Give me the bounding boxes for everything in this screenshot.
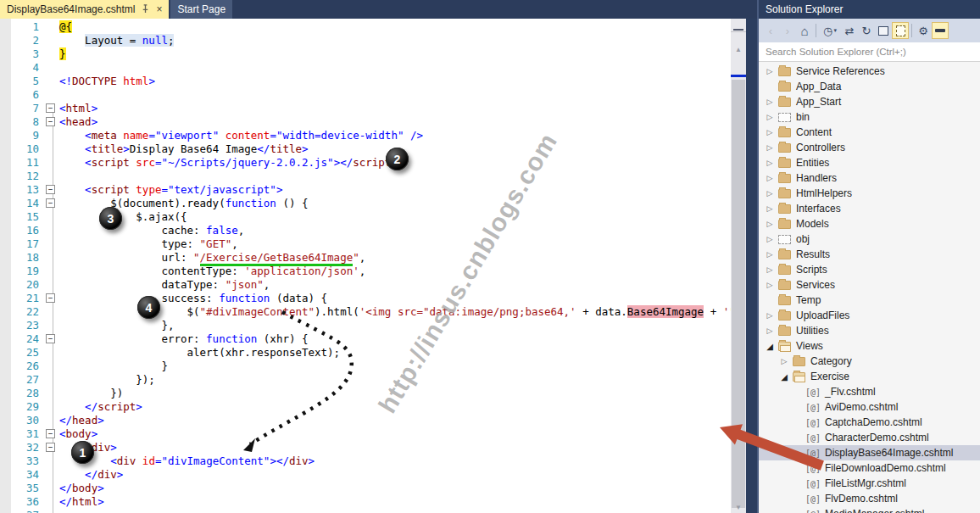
code-line[interactable]: 28 }): [0, 387, 731, 400]
tree-item-results[interactable]: ▷Results: [759, 247, 980, 262]
tree-item-controllers[interactable]: ▷Controllers: [759, 140, 980, 155]
code-line[interactable]: 3}: [0, 47, 731, 61]
collapse-region-icon[interactable]: −: [46, 103, 55, 113]
tree-collapsed-arrow-icon[interactable]: ▷: [764, 235, 776, 243]
code-line[interactable]: 30</head>: [0, 414, 731, 427]
tree-collapsed-arrow-icon[interactable]: ▷: [764, 326, 776, 335]
tree-collapsed-arrow-icon[interactable]: ▷: [764, 189, 776, 198]
code-line[interactable]: 31−<body>: [0, 427, 731, 441]
code-line[interactable]: 23 },: [0, 319, 731, 332]
tree-item-obj[interactable]: ▷obj: [759, 231, 980, 247]
properties-wrench-icon[interactable]: ⚙: [915, 22, 932, 39]
pending-changes-filter-icon[interactable]: ◷▾: [819, 22, 841, 39]
tab-start-page[interactable]: Start Page: [170, 0, 232, 19]
tree-item-filedownloaddemo-cshtml[interactable]: [@]FileDownloadDemo.cshtml: [759, 460, 980, 476]
code-line[interactable]: 26 }: [0, 360, 731, 373]
tree-item-entities[interactable]: ▷Entities: [759, 155, 980, 170]
tree-item-uploadfiles[interactable]: ▷UploadFiles: [759, 308, 980, 323]
tree-item-htmlhelpers[interactable]: ▷HtmlHelpers: [759, 186, 980, 201]
split-window-handle[interactable]: [731, 19, 746, 32]
tree-item-displaybase64image-cshtml[interactable]: [@]DisplayBase64Image.cshtml: [759, 445, 980, 460]
collapse-region-icon[interactable]: −: [46, 117, 55, 126]
code-line[interactable]: 27 });: [0, 373, 731, 387]
tree-item--flv-cshtml[interactable]: [@]_Flv.cshtml: [759, 384, 980, 399]
tree-collapsed-arrow-icon[interactable]: ▷: [764, 250, 776, 259]
collapse-region-icon[interactable]: −: [46, 198, 55, 208]
code-line[interactable]: 13− <script type="text/javascript">: [0, 183, 731, 197]
code-line[interactable]: 1@{: [0, 20, 731, 34]
collapse-region-icon[interactable]: −: [46, 185, 55, 194]
tree-collapsed-arrow-icon[interactable]: ▷: [764, 311, 776, 320]
code-editor[interactable]: 1@{2 Layout = null;3}45<!DOCTYPE html>67…: [0, 19, 731, 513]
tree-item-bin[interactable]: ▷bin: [759, 109, 980, 125]
code-line[interactable]: 32− <div>: [0, 441, 731, 454]
code-line[interactable]: 29 </script>: [0, 400, 731, 414]
tree-collapsed-arrow-icon[interactable]: ▷: [764, 204, 776, 213]
tree-collapsed-arrow-icon[interactable]: ▷: [764, 143, 776, 152]
tab-displaybase64image[interactable]: DisplayBase64Image.cshtml ×: [0, 0, 169, 19]
code-line[interactable]: 2 Layout = null;: [0, 34, 731, 47]
close-icon[interactable]: ×: [156, 4, 162, 14]
tree-item-category[interactable]: ▷Category: [759, 354, 980, 369]
back-button[interactable]: ‹: [762, 22, 779, 39]
code-line[interactable]: 20 dataType: "json",: [0, 278, 731, 292]
collapse-region-icon[interactable]: −: [46, 293, 55, 303]
pin-icon[interactable]: [141, 4, 150, 15]
code-line[interactable]: 21− success: function (data) {: [0, 292, 731, 305]
tree-expanded-arrow-icon[interactable]: ◢: [764, 342, 776, 351]
code-line[interactable]: 25 alert(xhr.responseText);: [0, 346, 731, 360]
tree-item-flvdemo-cshtml[interactable]: [@]FlvDemo.cshtml: [759, 491, 980, 506]
code-line[interactable]: 15 $.ajax({: [0, 210, 731, 224]
tree-item-exercise[interactable]: ◢Exercise: [759, 369, 980, 384]
collapse-region-icon[interactable]: −: [46, 429, 55, 438]
tree-collapsed-arrow-icon[interactable]: ▷: [764, 159, 776, 167]
tree-item-app-start[interactable]: ▷App_Start: [759, 94, 980, 109]
code-line[interactable]: 7−<html>: [0, 102, 731, 115]
tree-item-handlers[interactable]: ▷Handlers: [759, 170, 980, 186]
tree-collapsed-arrow-icon[interactable]: ▷: [764, 281, 776, 289]
tree-item-filelistmgr-cshtml[interactable]: [@]FileListMgr.cshtml: [759, 476, 980, 491]
code-line[interactable]: 18 url: "/Exercise/GetBase64Image",: [0, 251, 731, 265]
tree-collapsed-arrow-icon[interactable]: ▷: [764, 67, 776, 75]
code-line[interactable]: 4: [0, 61, 731, 75]
tree-item-service-references[interactable]: ▷Service References: [759, 64, 980, 79]
tree-item-temp[interactable]: Temp: [759, 293, 980, 308]
preview-selected-items-icon[interactable]: [932, 22, 949, 39]
code-line[interactable]: 10 <title>Display Base64 Image</title>: [0, 142, 731, 156]
tree-collapsed-arrow-icon[interactable]: ▷: [764, 113, 776, 121]
code-line[interactable]: 11 <script src="~/Scripts/jquery-2.0.2.j…: [0, 156, 731, 170]
tree-collapsed-arrow-icon[interactable]: ▷: [764, 220, 776, 228]
tree-item-content[interactable]: ▷Content: [759, 125, 980, 140]
code-line[interactable]: 35</body>: [0, 482, 731, 495]
sync-with-active-document-icon[interactable]: ⇄: [841, 22, 858, 39]
scrollbar-thumb[interactable]: [732, 80, 745, 508]
forward-button[interactable]: ›: [779, 22, 796, 39]
tree-item-mediamanager-cshtml[interactable]: [@]MediaManager.cshtml: [759, 506, 980, 513]
tree-item-interfaces[interactable]: ▷Interfaces: [759, 201, 980, 216]
search-input[interactable]: [759, 47, 980, 57]
collapse-region-icon[interactable]: −: [46, 443, 55, 452]
code-line[interactable]: 37: [0, 509, 731, 513]
code-line[interactable]: 8−<head>: [0, 115, 731, 129]
tree-item-characterdemo-cshtml[interactable]: [@]CharacterDemo.cshtml: [759, 430, 980, 445]
code-line[interactable]: 22 $("#divImageContent").html('<img src=…: [0, 305, 731, 319]
code-line[interactable]: 36</html>: [0, 495, 731, 509]
code-line[interactable]: 17 type: "GET",: [0, 237, 731, 251]
editor-scrollbar[interactable]: ▲ ▼: [731, 19, 746, 513]
code-line[interactable]: 12: [0, 170, 731, 183]
code-line[interactable]: 9 <meta name="viewport" content="width=d…: [0, 129, 731, 142]
code-line[interactable]: 16 cache: false,: [0, 224, 731, 237]
collapse-all-icon[interactable]: [875, 22, 892, 39]
tree-item-models[interactable]: ▷Models: [759, 216, 980, 231]
tree-collapsed-arrow-icon[interactable]: ▷: [764, 128, 776, 137]
code-line[interactable]: 6: [0, 88, 731, 102]
scroll-down-icon[interactable]: ▼: [731, 504, 746, 511]
code-line[interactable]: 14− $(document).ready(function () {: [0, 197, 731, 210]
code-line[interactable]: 34 </div>: [0, 468, 731, 482]
tree-item-services[interactable]: ▷Services: [759, 277, 980, 293]
collapse-region-icon[interactable]: −: [46, 334, 55, 343]
tree-item-avidemo-cshtml[interactable]: [@]AviDemo.cshtml: [759, 399, 980, 415]
code-line[interactable]: 24− error: function (xhr) {: [0, 332, 731, 346]
tree-collapsed-arrow-icon[interactable]: ▷: [764, 98, 776, 106]
tree-item-captchademo-cshtml[interactable]: [@]CaptchaDemo.cshtml: [759, 415, 980, 430]
